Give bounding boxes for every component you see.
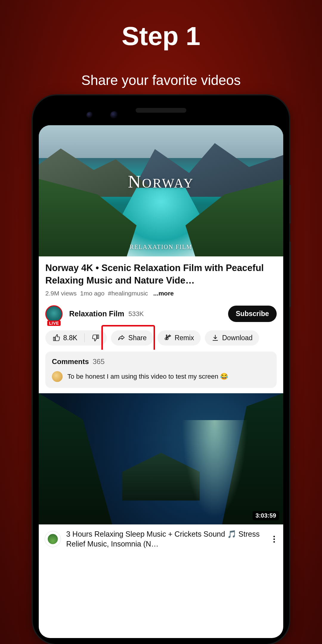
phone-camera [110,111,118,119]
video-meta-row[interactable]: 2.9M views 1mo ago #healingmusic ...more [45,290,277,297]
tutorial-step-subtitle: Share your favorite videos [0,72,322,88]
next-channel-avatar[interactable] [45,531,61,547]
thumbnail-overlay-subtitle: RELAXATION FILM [39,244,283,250]
share-button[interactable]: Share [111,330,153,346]
like-dislike-group: 8.8K [45,330,107,346]
like-button[interactable]: 8.8K [45,330,84,346]
tutorial-step-title: Step 1 [0,0,322,51]
share-label: Share [128,334,146,342]
dislike-button[interactable] [85,330,107,346]
kebab-dot-icon [273,541,275,543]
download-button[interactable]: Download [205,330,259,346]
video-hashtag[interactable]: #healingmusic [108,290,148,297]
channel-name[interactable]: Relaxation Film [69,309,124,318]
video-player-thumbnail[interactable]: NORWAY RELAXATION FILM [39,125,283,256]
video-views: 2.9M views [45,290,77,297]
top-comment-text: To be honest I am using this video to te… [67,373,228,380]
share-arrow-icon [117,334,125,342]
remix-icon [164,334,172,342]
next-video-thumbnail[interactable]: 3:03:59 [39,393,283,524]
phone-side-button [289,185,291,224]
download-label: Download [222,334,253,342]
thumbs-down-icon [92,334,100,342]
more-options-button[interactable] [271,533,277,545]
phone-frame: NORWAY RELAXATION FILM Norway 4K • Sceni… [33,95,289,644]
thumbnail-overlay-title: NORWAY [39,171,283,192]
remix-label: Remix [175,334,194,342]
phone-camera [86,112,93,118]
download-icon [211,334,219,342]
channel-avatar[interactable]: LIVE [45,305,63,323]
video-age: 1mo ago [80,290,105,297]
commenter-avatar [52,371,63,382]
channel-subscriber-count: 533K [129,310,144,318]
phone-speaker [136,108,186,113]
more-link[interactable]: ...more [153,290,174,297]
comments-count: 365 [93,357,105,366]
kebab-dot-icon [273,538,275,540]
like-count: 8.8K [63,334,77,342]
subscribe-button[interactable]: Subscribe [228,306,277,322]
next-video-title[interactable]: 3 Hours Relaxing Sleep Music + Crickets … [66,529,266,549]
remix-button[interactable]: Remix [157,330,201,346]
comments-preview[interactable]: Comments 365 To be honest I am using thi… [45,352,277,388]
thumbs-up-icon [52,334,60,342]
duration-badge: 3:03:59 [253,511,279,520]
video-title[interactable]: Norway 4K • Scenic Relaxation Film with … [45,262,277,287]
kebab-dot-icon [273,536,275,537]
phone-side-button [289,242,291,307]
comments-label: Comments [52,357,89,366]
phone-screen: NORWAY RELAXATION FILM Norway 4K • Sceni… [39,125,283,638]
